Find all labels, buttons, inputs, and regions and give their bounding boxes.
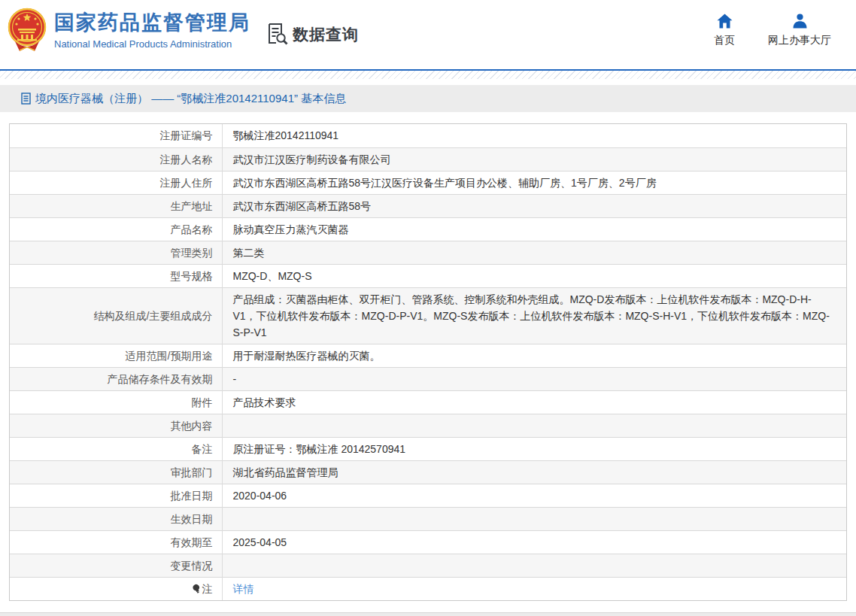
row-label: 注 xyxy=(10,577,222,600)
registration-info-table-wrap: 注册证编号鄂械注准20142110941注册人名称武汉市江汉医疗制药设备有限公司… xyxy=(9,123,847,601)
table-row: 注详情 xyxy=(10,577,846,600)
row-label: 有效期至 xyxy=(10,530,222,554)
row-value: 武汉市东西湖区高桥五路58号 xyxy=(222,194,846,217)
top-nav: 首页 网上办事大厅 xyxy=(714,14,831,47)
detail-link[interactable]: 详情 xyxy=(233,583,254,595)
row-label: 适用范围/预期用途 xyxy=(10,344,222,367)
nav-online-hall-label: 网上办事大厅 xyxy=(768,34,831,47)
data-query-tab[interactable]: 数据查询 xyxy=(268,23,359,46)
row-value: 产品技术要求 xyxy=(222,390,846,414)
row-value xyxy=(222,507,846,530)
table-row: 审批部门湖北省药品监督管理局 xyxy=(10,460,846,484)
row-label: 结构及组成/主要组成成分 xyxy=(10,287,222,344)
row-label: 备注 xyxy=(10,437,222,460)
brand-title: 国家药品监督管理局 xyxy=(54,9,250,36)
row-value: 武汉市东西湖区高桥五路58号江汉医疗设备生产项目办公楼、辅助厂房、1号厂房、2号… xyxy=(222,171,846,194)
table-row: 适用范围/预期用途用于耐湿耐热医疗器械的灭菌。 xyxy=(10,344,846,367)
table-row: 产品储存条件及有效期- xyxy=(10,367,846,390)
section-title-bar: 境内医疗器械（注册） —— “鄂械注准20142110941” 基本信息 xyxy=(0,85,856,112)
row-value: 原注册证号：鄂械注准 20142570941 xyxy=(222,437,846,460)
page-title: 境内医疗器械（注册） —— “鄂械注准20142110941” 基本信息 xyxy=(35,92,346,106)
table-row: 结构及组成/主要组成成分产品组成：灭菌器由柜体、双开柜门、管路系统、控制系统和外… xyxy=(10,287,846,344)
row-value: 鄂械注准20142110941 xyxy=(222,124,846,147)
table-row: 其他内容 xyxy=(10,414,846,437)
row-label: 注册人住所 xyxy=(10,171,222,194)
nav-home[interactable]: 首页 xyxy=(714,14,735,47)
brand-subtitle: National Medical Products Administration xyxy=(54,38,250,51)
row-value: MZQ-D、MZQ-S xyxy=(222,264,846,287)
row-value: 武汉市江汉医疗制药设备有限公司 xyxy=(222,147,846,171)
row-label: 注册人名称 xyxy=(10,147,222,171)
row-label: 审批部门 xyxy=(10,460,222,484)
document-search-icon xyxy=(268,23,288,46)
table-row: 产品名称脉动真空压力蒸汽灭菌器 xyxy=(10,217,846,241)
row-value: 2020-04-06 xyxy=(222,484,846,507)
row-value: - xyxy=(222,367,846,390)
row-label: 批准日期 xyxy=(10,484,222,507)
row-label: 产品名称 xyxy=(10,217,222,241)
row-label: 管理类别 xyxy=(10,241,222,264)
row-label: 其他内容 xyxy=(10,414,222,437)
row-label: 注册证编号 xyxy=(10,124,222,147)
row-value: 2025-04-05 xyxy=(222,530,846,554)
national-emblem-logo xyxy=(8,6,47,54)
row-value xyxy=(222,554,846,577)
bulb-icon xyxy=(193,584,201,594)
header-divider-hatch xyxy=(0,71,856,79)
row-label: 产品储存条件及有效期 xyxy=(10,367,222,390)
table-row: 注册人住所武汉市东西湖区高桥五路58号江汉医疗设备生产项目办公楼、辅助厂房、1号… xyxy=(10,171,846,194)
row-value: 脉动真空压力蒸汽灭菌器 xyxy=(222,217,846,241)
row-value: 详情 xyxy=(222,577,846,600)
table-row: 附件产品技术要求 xyxy=(10,390,846,414)
row-label: 型号规格 xyxy=(10,264,222,287)
row-label: 变更情况 xyxy=(10,554,222,577)
row-value xyxy=(222,414,846,437)
row-value: 第二类 xyxy=(222,241,846,264)
row-label: 生产地址 xyxy=(10,194,222,217)
nav-home-label: 首页 xyxy=(714,34,735,47)
home-icon xyxy=(717,14,733,29)
table-row: 生产地址武汉市东西湖区高桥五路58号 xyxy=(10,194,846,217)
table-row: 变更情况 xyxy=(10,554,846,577)
row-label: 生效日期 xyxy=(10,507,222,530)
table-row: 生效日期 xyxy=(10,507,846,530)
document-icon xyxy=(21,93,31,105)
header: 国家药品监督管理局 National Medical Products Admi… xyxy=(0,0,856,69)
row-value: 产品组成：灭菌器由柜体、双开柜门、管路系统、控制系统和外壳组成。MZQ-D发布版… xyxy=(222,287,846,344)
row-value: 用于耐湿耐热医疗器械的灭菌。 xyxy=(222,344,846,367)
table-row: 备注原注册证号：鄂械注准 20142570941 xyxy=(10,437,846,460)
table-row: 注册证编号鄂械注准20142110941 xyxy=(10,124,846,147)
table-row: 注册人名称武汉市江汉医疗制药设备有限公司 xyxy=(10,147,846,171)
row-value: 湖北省药品监督管理局 xyxy=(222,460,846,484)
data-query-label: 数据查询 xyxy=(293,24,359,45)
registration-info-table: 注册证编号鄂械注准20142110941注册人名称武汉市江汉医疗制药设备有限公司… xyxy=(10,124,846,600)
user-icon xyxy=(792,14,808,29)
row-label: 附件 xyxy=(10,390,222,414)
table-row: 批准日期2020-04-06 xyxy=(10,484,846,507)
table-row: 管理类别第二类 xyxy=(10,241,846,264)
table-row: 有效期至2025-04-05 xyxy=(10,530,846,554)
brand-block: 国家药品监督管理局 National Medical Products Admi… xyxy=(54,9,250,51)
table-row: 型号规格MZQ-D、MZQ-S xyxy=(10,264,846,287)
footer-strip xyxy=(0,612,856,616)
nav-online-hall[interactable]: 网上办事大厅 xyxy=(768,14,831,47)
